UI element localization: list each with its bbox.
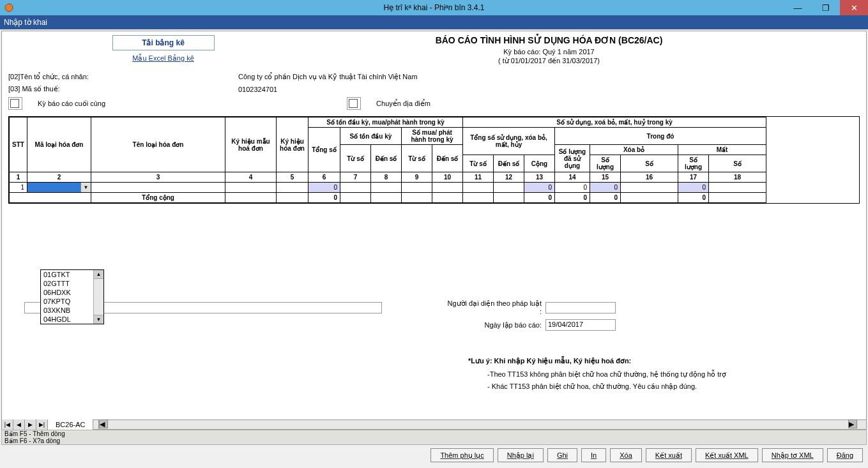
th-denso1: Đến số [371,145,402,172]
window-titlebar: Hẹ trî kª khai - Phiªn bîn 3.4.1 — ❐ ✕ [0,0,868,15]
scroll-down-icon[interactable]: ▼ [94,315,103,324]
total-mat-sl: 0 [678,193,709,203]
final-report-checkbox-wrap[interactable] [8,97,22,110]
final-report-checkbox[interactable] [10,99,19,108]
total-sldung: 0 [555,193,590,203]
move-location-checkbox[interactable] [349,99,358,108]
th-tongsd: Tổng số sử dụng, xóa bỏ, mất, hủy [463,128,555,155]
colnum-2: 2 [27,172,91,183]
ribbon-bar: Nhập tờ khai [0,15,868,29]
colnum-18: 18 [709,172,766,183]
th-denso2: Đến số [432,145,463,172]
notes-title: *Lưu ý: Khi nhập Ký hiệu mẫu, Ký hiệu ho… [468,357,851,365]
cell-7[interactable] [340,183,371,193]
tax-label: [03] Mã số thuế: [8,85,238,93]
cell-mat-sl: 0 [678,183,709,193]
colnum-1: 1 [10,172,27,183]
invoice-type-dropdown[interactable]: ▼ [27,183,91,193]
cell-mat-so[interactable] [709,183,766,193]
report-title: BÁO CÁO TÌNH HÌNH SỬ DỤNG HÓA ĐƠN (BC26/… [238,35,860,45]
org-label: [02]Tên tổ chức, cá nhân: [8,73,238,81]
colnum-17: 17 [678,172,709,183]
cell-sldung[interactable]: 0 [555,183,590,193]
cell-name[interactable] [91,183,225,193]
sheet-tab-bar: |◀ ◀ ▶ ▶| BC26-AC ◀ ▶ [1,419,867,428]
th-trongdo: Trong đó [555,128,766,145]
scroll-up-icon[interactable]: ▲ [94,270,103,279]
cell-xb-sl: 0 [590,183,621,193]
notes-block: *Lưu ý: Khi nhập Ký hiệu mẫu, Ký hiệu ho… [468,357,851,391]
cell-8[interactable] [371,183,402,193]
table-row[interactable]: 1 ▼ 0 0 0 0 0 [10,183,766,193]
th-ton-group: Số tồn đầu kỳ, mua/phát hành trong kỳ [308,117,463,128]
th-tuso2: Từ số [402,145,432,172]
th-mat-sl: Số lượng [678,155,709,172]
hscroll-right-arrow[interactable]: ▶ [848,419,857,428]
row-stt: 1 [10,183,27,193]
excel-template-link[interactable]: Mẫu Excel Bảng kê [132,54,194,63]
th-sd-group: Số sử dụng, xoá bỏ, mất, huỷ trong kỳ [463,117,766,128]
final-report-label: Kỳ báo cáo cuối cùng [38,100,105,108]
colnum-3: 3 [91,172,225,183]
report-period: Kỳ báo cáo: Quý 1 năm 2017 [238,48,860,56]
invoice-table: STT Mã loại hóa đơn Tên loại hóa đơn Ký … [8,116,860,204]
th-somua: Số mua/ phát hành trong kỳ [402,128,463,145]
th-ma: Mã loại hóa đơn [27,117,91,172]
total-cong: 0 [524,193,555,203]
report-date-label: Ngày lập báo cáo: [446,321,542,329]
th-denso3: Đến số [494,155,524,172]
prev-tab-button[interactable]: ◀ [13,419,25,428]
cell-khhd[interactable] [277,183,308,193]
th-cong: Cộng [524,155,555,172]
tax-value: 0102324701 [238,86,860,93]
th-xb-sl: Số lượng [590,155,621,172]
colnum-15: 15 [590,172,621,183]
minimize-button[interactable]: — [784,0,812,15]
total-label: Tổng cộng [91,193,225,203]
th-mat-so: Số [709,155,766,172]
colnum-5: 5 [277,172,308,183]
cell-tongso: 0 [308,183,340,193]
hscroll-left-arrow[interactable]: ◀ [99,419,108,428]
th-mat: Mất [678,145,766,155]
hscroll-track[interactable]: ◀ ▶ [98,419,866,428]
representative-label: Người đại diện theo pháp luật : [446,299,542,315]
colnum-12: 12 [494,172,524,183]
cell-10[interactable] [432,183,463,193]
maximize-button[interactable]: ❐ [812,0,840,15]
th-tongso: Tổng số [308,128,340,172]
colnum-16: 16 [621,172,678,183]
colnum-9: 9 [402,172,432,183]
cell-11[interactable] [463,183,494,193]
colnum-14: 14 [555,172,590,183]
load-sheet-button[interactable]: Tải bảng kê [112,35,215,50]
dropdown-scrollbar[interactable]: ▲ ▼ [93,270,103,324]
total-xb-sl: 0 [590,193,621,203]
representative-input[interactable] [545,302,616,313]
next-tab-button[interactable]: ▶ [25,419,36,428]
colnum-7: 7 [340,172,371,183]
last-tab-button[interactable]: ▶| [36,419,48,428]
colnum-13: 13 [524,172,555,183]
cell-khm[interactable] [225,183,277,193]
th-khhd: Ký hiệu hóa đơn [277,117,308,172]
notes-line2: - Khác TT153 phân biệt chữ hoa, chữ thườ… [468,382,851,391]
th-tuso3: Từ số [463,155,494,172]
close-button[interactable]: ✕ [840,0,868,15]
move-location-checkbox-wrap[interactable] [347,97,361,110]
chevron-down-icon[interactable]: ▼ [80,183,91,192]
report-daterange: ( từ 01/01/2017 đến 31/03/2017) [238,57,860,65]
total-row: Tổng cộng 0 0 0 0 0 [10,193,766,203]
colnum-4: 4 [225,172,277,183]
notes-line1: -Theo TT153 không phân biệt chữ hoa chữ … [468,370,851,379]
report-date-input[interactable]: 19/04/2017 [545,319,616,331]
window-title: Hẹ trî kª khai - Phiªn bîn 3.4.1 [384,3,485,12]
cell-xb-so[interactable] [621,183,678,193]
cell-9[interactable] [402,183,432,193]
move-location-label: Chuyển địa điểm [376,100,430,108]
invoice-type-dropdown-list[interactable]: 01GTKT 02GTTT 06HDXK 07KPTQ 03XKNB 04HGD… [40,269,104,324]
sheet-tab[interactable]: BC26-AC [48,419,93,428]
first-tab-button[interactable]: |◀ [2,419,13,428]
main-content: Tải bảng kê Mẫu Excel Bảng kê BÁO CÁO TÌ… [1,31,867,426]
cell-12[interactable] [494,183,524,193]
